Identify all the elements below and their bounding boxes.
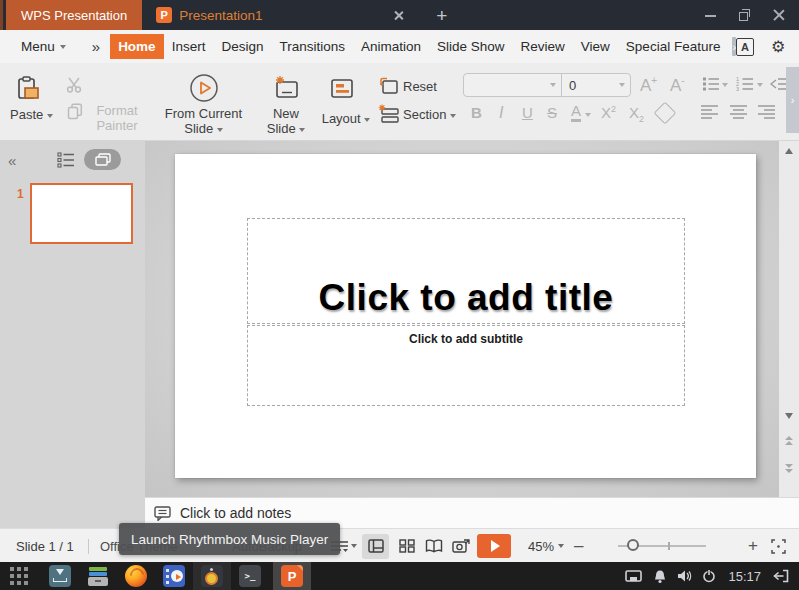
tab-close-icon[interactable]	[393, 10, 404, 21]
underline-button[interactable]: U	[522, 104, 533, 121]
tab-animation[interactable]: Animation	[353, 34, 429, 59]
copy-icon[interactable]	[67, 103, 83, 120]
numbered-list-caret-icon[interactable]	[757, 83, 763, 87]
close-icon[interactable]	[773, 9, 785, 21]
zoom-in-button[interactable]: +	[748, 529, 758, 563]
superscript-button[interactable]: X2	[601, 104, 616, 121]
reset-icon[interactable]	[379, 77, 399, 95]
decrease-indent-icon[interactable]	[770, 76, 786, 92]
zoom-level[interactable]: 45%	[528, 529, 564, 563]
section-button[interactable]: Section	[403, 107, 456, 122]
taskbar-firefox[interactable]	[117, 562, 155, 590]
window-controls	[705, 9, 799, 21]
font-controls: 0	[463, 73, 631, 97]
subtitle-placeholder[interactable]: Click to add subtitle	[247, 325, 685, 406]
increase-font-size-button[interactable]: A+	[640, 75, 657, 96]
previous-slide-icon[interactable]	[785, 436, 793, 445]
slides-panel: « 1	[0, 141, 145, 528]
from-current-slide-button[interactable]: From Current Slide	[150, 106, 257, 136]
layout-icon[interactable]	[329, 77, 355, 101]
session-exit-icon[interactable]	[773, 569, 789, 583]
from-current-slide-icon[interactable]	[189, 73, 219, 103]
taskbar-file-manager[interactable]	[79, 562, 117, 590]
vertical-scrollbar[interactable]	[779, 141, 799, 497]
font-name-combobox[interactable]	[464, 74, 561, 96]
tab-transitions[interactable]: Transitions	[271, 34, 353, 59]
italic-button[interactable]: I	[499, 104, 503, 122]
fit-to-window-button[interactable]	[771, 529, 786, 563]
align-center-icon[interactable]	[730, 104, 747, 119]
notifications-bell-icon[interactable]	[653, 569, 667, 584]
network-icon[interactable]	[624, 569, 643, 583]
scroll-up-icon[interactable]	[785, 148, 793, 154]
power-icon[interactable]	[702, 569, 716, 583]
align-left-icon[interactable]	[701, 104, 718, 119]
tab-insert[interactable]: Insert	[164, 34, 214, 59]
slides-view-toggle[interactable]	[84, 149, 121, 170]
reading-view-button[interactable]	[420, 534, 447, 559]
tab-review[interactable]: Review	[513, 34, 573, 59]
taskbar-terminal[interactable]: >_	[231, 562, 269, 590]
restore-icon[interactable]	[739, 9, 751, 21]
next-slide-icon[interactable]	[785, 464, 793, 473]
numbered-list-icon[interactable]: 1 2 3	[736, 76, 754, 92]
section-icon[interactable]	[378, 104, 400, 124]
slide-sorter-button[interactable]	[393, 534, 420, 559]
strikethrough-button[interactable]: S	[547, 104, 557, 121]
clock[interactable]: 15:17	[728, 569, 761, 584]
wps-office-icon: P	[281, 565, 303, 587]
paste-icon[interactable]	[14, 75, 42, 103]
bullet-list-icon[interactable]	[702, 76, 720, 92]
new-slide-button[interactable]: New Slide	[258, 106, 314, 136]
normal-view-button[interactable]	[362, 534, 389, 559]
layout-button[interactable]: Layout	[316, 111, 376, 126]
app-menu-label: WPS Presentation	[21, 8, 127, 23]
decrease-font-size-button[interactable]: A-	[670, 75, 685, 96]
text-tool-icon[interactable]: A	[736, 38, 754, 56]
new-tab-button[interactable]: +	[436, 6, 447, 25]
slide[interactable]: Click to add title Click to add subtitle	[175, 154, 756, 478]
menu-caret-icon	[60, 45, 66, 49]
bullet-list-caret-icon[interactable]	[722, 83, 728, 87]
app-menu-button[interactable]: WPS Presentation	[6, 0, 142, 30]
zoom-out-button[interactable]: –	[574, 529, 583, 563]
volume-icon[interactable]	[677, 569, 692, 583]
taskbar-video-player[interactable]	[155, 562, 193, 590]
ribbon-overflow-icon[interactable]: »	[92, 38, 100, 55]
clear-formatting-icon[interactable]	[654, 102, 677, 125]
tab-home[interactable]: Home	[110, 34, 164, 59]
align-right-icon[interactable]	[758, 104, 775, 119]
title-placeholder[interactable]: Click to add title	[247, 218, 685, 324]
font-size-combobox[interactable]: 0	[562, 74, 630, 96]
minimize-icon[interactable]	[705, 9, 717, 21]
tab-design[interactable]: Design	[213, 34, 271, 59]
taskbar-software-installer[interactable]	[41, 562, 79, 590]
font-color-button[interactable]: A	[571, 103, 581, 122]
format-painter-button[interactable]: Format Painter	[88, 103, 146, 133]
toolbar-expand-button[interactable]: ›	[786, 67, 799, 133]
scroll-down-icon[interactable]	[785, 413, 793, 419]
slide-thumbnail[interactable]	[30, 183, 133, 244]
reset-button[interactable]: Reset	[403, 79, 437, 94]
taskbar-rhythmbox[interactable]	[193, 562, 231, 590]
play-slideshow-button[interactable]	[477, 534, 511, 558]
taskbar-wps-office[interactable]: P	[273, 562, 311, 590]
settings-gear-icon[interactable]: ⚙	[771, 39, 785, 55]
document-tab[interactable]: P Presentation1	[142, 0, 414, 30]
outline-view-icon[interactable]	[57, 152, 75, 168]
normal-view-icon	[368, 539, 384, 553]
app-grid-icon[interactable]	[10, 567, 28, 585]
cut-icon[interactable]	[66, 77, 84, 93]
subscript-button[interactable]: X2	[629, 104, 644, 124]
tab-special-feature[interactable]: Special Feature	[618, 34, 729, 59]
collapse-panel-icon[interactable]: «	[8, 152, 16, 169]
tab-slide-show[interactable]: Slide Show	[429, 34, 513, 59]
tab-view[interactable]: View	[573, 34, 618, 59]
zoom-slider-knob[interactable]	[627, 539, 639, 551]
slideshow-settings-button[interactable]	[447, 534, 474, 559]
bold-button[interactable]: B	[471, 104, 482, 121]
paste-button[interactable]: Paste	[10, 107, 53, 122]
new-slide-icon[interactable]	[272, 75, 300, 101]
menu-button[interactable]: Menu	[21, 39, 55, 54]
font-color-caret-icon[interactable]	[585, 113, 591, 117]
